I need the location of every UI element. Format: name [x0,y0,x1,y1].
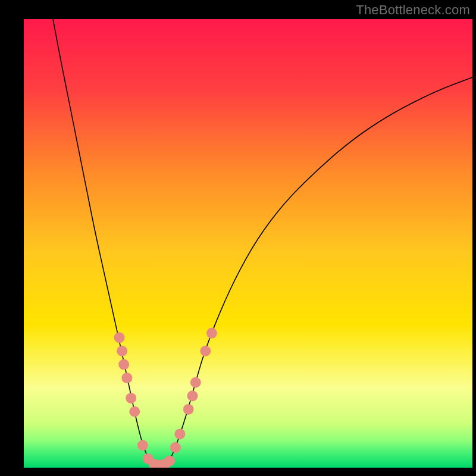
marker-dot [164,456,175,466]
watermark-text: TheBottleneck.com [356,2,470,18]
marker-dot [174,428,185,439]
marker-dot [190,377,201,388]
marker-dot [170,442,181,453]
bottleneck-chart [0,0,476,476]
marker-dot [200,346,211,356]
marker-dot [118,359,129,370]
marker-dot [114,332,125,343]
marker-dot [206,328,217,339]
marker-dot [121,372,132,383]
plot-background [24,19,472,468]
marker-dot [187,390,198,401]
marker-dot [117,346,127,356]
marker-dot [129,406,140,417]
marker-dot [126,393,136,403]
marker-dot [137,440,148,450]
marker-dot [183,404,194,415]
chart-container: TheBottleneck.com [0,0,476,476]
